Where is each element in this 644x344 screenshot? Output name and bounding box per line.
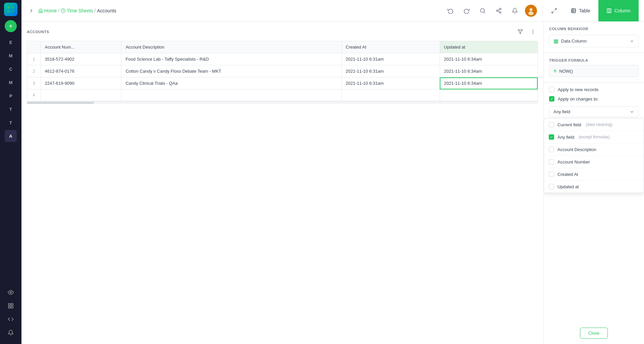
home-link[interactable]: Home xyxy=(38,8,57,13)
svg-point-4 xyxy=(10,292,12,293)
app-logo[interactable] xyxy=(4,3,17,16)
right-panel: COLUMN BEHAVIOR ▦ Data Column TRIGGER FO… xyxy=(543,21,644,344)
apply-new-records-checkbox[interactable] xyxy=(549,87,554,92)
bell-icon[interactable] xyxy=(5,327,17,339)
sidebar-item-e[interactable]: E xyxy=(5,36,17,48)
account-num-4[interactable] xyxy=(41,89,121,101)
field-select-button[interactable]: Any field xyxy=(549,106,639,117)
table-header-row: Account Num... Account Description Creat… xyxy=(27,41,538,53)
row-num-2: 2 xyxy=(27,65,41,77)
created-at-1[interactable]: 2021-11-10 6:31am xyxy=(341,53,440,65)
filter-button[interactable] xyxy=(515,27,525,37)
apply-new-records-row[interactable]: Apply to new records xyxy=(544,83,644,94)
sidebar: + E M C M P T T A xyxy=(0,0,21,344)
formula-value: NOW() xyxy=(559,69,573,74)
user-avatar[interactable] xyxy=(525,5,537,17)
horizontal-scrollbar[interactable] xyxy=(27,101,538,104)
dropdown-item-account-num[interactable]: Account Number xyxy=(544,156,644,168)
sidebar-item-a[interactable]: A xyxy=(5,130,17,142)
updated-at-checkbox[interactable] xyxy=(549,184,554,189)
eye-icon[interactable] xyxy=(5,286,17,298)
undo-button[interactable] xyxy=(444,5,457,17)
dropdown-item-any-field[interactable]: Any field (except formulas) xyxy=(544,131,644,143)
table-view-button[interactable]: Table xyxy=(563,0,598,21)
account-num-1[interactable]: 3518-572-4902 xyxy=(41,53,121,65)
current-field-label: Current field xyxy=(557,122,581,127)
description-3[interactable]: Candy Clinical Trials - QAa xyxy=(121,77,341,89)
svg-point-18 xyxy=(530,8,533,11)
table-header: ACCOUNTS xyxy=(27,27,538,37)
add-button[interactable]: + xyxy=(5,20,17,32)
svg-point-32 xyxy=(533,33,533,33)
dropdown-item-account-desc[interactable]: Account Description xyxy=(544,143,644,156)
account-desc-label: Account Description xyxy=(557,147,596,152)
sidebar-item-t[interactable]: T xyxy=(5,103,17,115)
created-at-checkbox[interactable] xyxy=(549,171,554,177)
account-desc-checkbox[interactable] xyxy=(549,147,554,152)
svg-rect-1 xyxy=(11,6,14,9)
account-num-checkbox[interactable] xyxy=(549,159,554,164)
dropdown-item-current-field[interactable]: Current field (data cleaning) xyxy=(544,119,644,131)
svg-rect-26 xyxy=(607,9,611,13)
row-num-3: 3 xyxy=(27,77,41,89)
any-field-checkbox[interactable] xyxy=(549,134,554,140)
svg-line-11 xyxy=(484,12,485,13)
column-behavior-section: COLUMN BEHAVIOR ▦ Data Column xyxy=(544,21,644,53)
updated-at-2[interactable]: 2021-11-10 6:34am xyxy=(440,65,538,77)
account-num-header[interactable]: Account Num... xyxy=(41,41,121,53)
expand-button[interactable] xyxy=(548,5,560,17)
sidebar-item-c[interactable]: C xyxy=(5,63,17,75)
svg-rect-0 xyxy=(7,6,10,9)
updated-at-4[interactable] xyxy=(440,89,538,101)
sidebar-item-p[interactable]: P xyxy=(5,90,17,102)
created-at-header[interactable]: Created At xyxy=(341,41,440,53)
updated-at-1[interactable]: 2021-11-10 6:34am xyxy=(440,53,538,65)
account-num-3[interactable]: 2247-619-9090 xyxy=(41,77,121,89)
table-row: 2 4612-874-0176 Cotton Candy v Candy Flo… xyxy=(27,65,538,77)
share-button[interactable] xyxy=(493,5,505,17)
created-at-3[interactable]: 2021-11-10 6:31am xyxy=(341,77,440,89)
updated-at-3[interactable]: 2021-11-10 6:34am xyxy=(440,77,538,89)
main-content: Home / Time Sheets / Accounts xyxy=(21,0,644,344)
trigger-formula-title: TRIGGER FORMULA xyxy=(549,58,639,62)
redo-button[interactable] xyxy=(461,5,473,17)
current-field-checkbox[interactable] xyxy=(549,122,554,127)
apply-changes-label: Apply on changes to: xyxy=(558,96,598,101)
table-row: 3 2247-619-9090 Candy Clinical Trials - … xyxy=(27,77,538,89)
current-page-label: Accounts xyxy=(97,8,116,13)
column-behavior-select[interactable]: ▦ Data Column xyxy=(549,35,639,47)
created-at-2[interactable]: 2021-11-10 6:31am xyxy=(341,65,440,77)
search-button[interactable] xyxy=(477,5,489,17)
dropdown-item-updated-at[interactable]: Updated at xyxy=(544,181,644,193)
updated-at-header[interactable]: Updated at xyxy=(440,41,538,53)
description-2[interactable]: Cotton Candy v Candy Floss Debate Team -… xyxy=(121,65,341,77)
timesheets-link[interactable]: Time Sheets xyxy=(61,8,93,13)
topbar-actions xyxy=(444,5,560,17)
account-num-2[interactable]: 4612-874-0176 xyxy=(41,65,121,77)
close-button[interactable]: Close xyxy=(580,328,608,339)
dropdown-item-created-at[interactable]: Created At xyxy=(544,168,644,181)
more-options-button[interactable] xyxy=(528,27,538,37)
apply-changes-checkbox[interactable] xyxy=(549,96,554,101)
account-num-label: Account Number xyxy=(557,159,590,164)
nav-back-icon[interactable] xyxy=(27,6,36,15)
sidebar-item-m2[interactable]: M xyxy=(5,76,17,88)
svg-rect-6 xyxy=(11,303,13,305)
svg-point-10 xyxy=(481,8,485,12)
code-icon[interactable] xyxy=(5,313,17,325)
notification-button[interactable] xyxy=(509,5,521,17)
apply-changes-row[interactable]: Apply on changes to: xyxy=(544,94,644,104)
scrollbar-thumb[interactable] xyxy=(27,102,94,104)
account-desc-header[interactable]: Account Description xyxy=(121,41,341,53)
description-1[interactable]: Food Science Lab - Taffy Specialists - R… xyxy=(121,53,341,65)
column-view-button[interactable]: Column xyxy=(598,0,639,21)
created-at-4[interactable] xyxy=(341,89,440,101)
grid-icon[interactable] xyxy=(5,300,17,312)
svg-rect-2 xyxy=(7,10,10,13)
svg-point-13 xyxy=(497,10,498,11)
table-title: ACCOUNTS xyxy=(27,30,49,34)
sidebar-item-m[interactable]: M xyxy=(5,50,17,62)
data-table: Account Num... Account Description Creat… xyxy=(27,41,538,101)
sidebar-item-t2[interactable]: T xyxy=(5,117,17,129)
description-4[interactable] xyxy=(121,89,341,101)
